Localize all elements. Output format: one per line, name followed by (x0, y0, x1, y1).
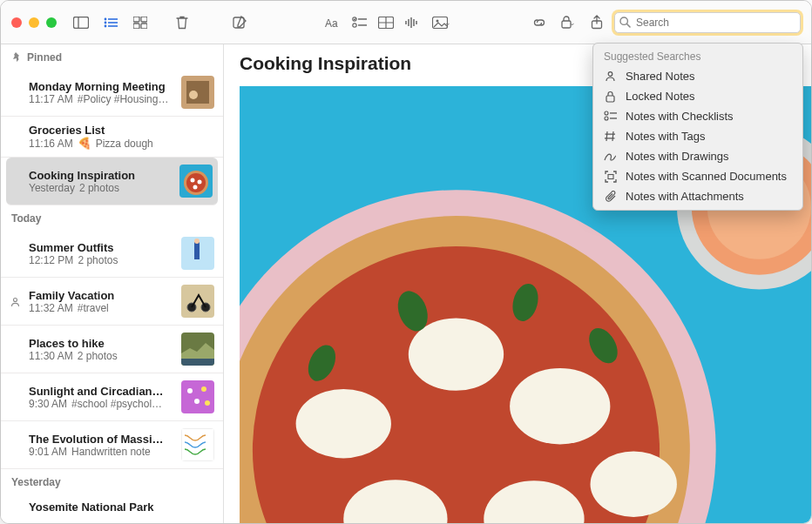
note-item-selected[interactable]: Cooking Inspiration Yesterday 2 photos (6, 158, 218, 205)
suggest-shared-notes[interactable]: Shared Notes (593, 66, 802, 86)
suggest-scanned[interactable]: Notes with Scanned Documents (593, 166, 802, 186)
suggest-label: Locked Notes (626, 90, 695, 103)
minimize-window-button[interactable] (29, 17, 39, 28)
delete-note-button[interactable] (170, 12, 194, 33)
note-time: 11:30 AM (29, 350, 73, 362)
section-pinned-header: Pinned (1, 44, 223, 69)
svg-rect-10 (133, 24, 139, 29)
note-meta: Handwritten note (71, 446, 151, 458)
search-input[interactable] (614, 12, 801, 33)
note-time: 11:16 AM (29, 138, 73, 150)
note-thumbnail (181, 237, 214, 270)
svg-point-16 (353, 23, 356, 26)
svg-rect-17 (358, 24, 367, 26)
search-icon (619, 17, 631, 28)
list-view-icon (103, 17, 118, 29)
note-thumbnail (181, 76, 214, 109)
note-time: 11:17 AM (29, 93, 73, 105)
section-today-header: Today (1, 205, 223, 230)
draw-icon (604, 150, 617, 163)
note-meta: 2 photos (78, 350, 118, 362)
share-icon (591, 15, 603, 30)
svg-point-60 (194, 399, 200, 404)
new-note-button[interactable] (227, 12, 252, 33)
note-item[interactable]: Groceries List 11:16 AM 🍕 Pizza dough (1, 117, 223, 158)
table-icon (378, 17, 394, 29)
svg-rect-62 (181, 428, 214, 461)
note-meta: #travel (78, 302, 109, 314)
note-title: Sunlight and Circadian… (29, 385, 174, 398)
note-time: 9:01 AM (29, 446, 67, 458)
note-meta: Pizza dough (96, 138, 153, 150)
shared-icon (10, 296, 22, 307)
note-time: 12:12 PM (29, 254, 73, 266)
format-button[interactable]: Aa (321, 12, 346, 33)
share-button[interactable] (585, 12, 609, 33)
compose-icon (233, 15, 247, 30)
suggest-checklists[interactable]: Notes with Checklists (593, 106, 802, 126)
toggle-sidebar-button[interactable] (69, 12, 93, 33)
note-time: 11:32 AM (29, 302, 73, 314)
pizza-emoji: 🍕 (78, 137, 91, 150)
checklist-button[interactable] (348, 12, 372, 33)
svg-point-45 (191, 178, 195, 183)
view-gallery-button[interactable] (128, 12, 152, 33)
note-meta: 2 photos (78, 254, 118, 266)
suggest-drawings[interactable]: Notes with Drawings (593, 146, 802, 166)
table-button[interactable] (374, 12, 398, 33)
note-meta: 2 photos (79, 182, 119, 194)
note-title: The Evolution of Massi… (29, 433, 174, 446)
people-icon (604, 70, 617, 83)
note-item[interactable]: Monday Morning Meeting 11:17 AM #Policy … (1, 69, 223, 117)
search-suggest-panel: Suggested Searches Shared Notes Locked N… (592, 43, 803, 211)
svg-point-27 (436, 19, 439, 22)
note-title: Yosemite National Park (29, 500, 214, 514)
view-list-button[interactable] (98, 12, 123, 33)
audio-button[interactable] (400, 12, 424, 33)
note-title: Summer Outfits (29, 241, 174, 254)
svg-rect-37 (610, 118, 617, 118)
section-yesterday-header: Yesterday (1, 469, 223, 494)
media-button[interactable]: ⌄ (426, 12, 457, 33)
scan-icon (604, 170, 617, 183)
note-time: Yesterday (29, 182, 75, 194)
lock-button[interactable]: ⌄ (553, 12, 583, 33)
notes-list[interactable]: Pinned Monday Morning Meeting 11:17 AM #… (1, 44, 224, 523)
note-item[interactable]: The Evolution of Massi… 9:01 AM Handwrit… (1, 421, 223, 469)
lock-icon (604, 90, 617, 103)
link-icon (531, 17, 547, 29)
note-title: Monday Morning Meeting (29, 80, 174, 93)
note-thumbnail (179, 165, 213, 198)
svg-rect-8 (133, 17, 139, 22)
note-item[interactable]: Family Vacation 11:32 AM #travel (1, 278, 223, 326)
close-window-button[interactable] (11, 17, 22, 28)
note-title: Family Vacation (29, 289, 174, 302)
svg-rect-11 (141, 24, 147, 29)
note-item[interactable]: Places to hike 11:30 AM 2 photos (1, 326, 223, 373)
link-button[interactable] (527, 12, 551, 33)
suggest-label: Notes with Drawings (626, 150, 729, 163)
waveform-icon (404, 17, 420, 29)
note-title: Cooking Inspiration (29, 169, 173, 182)
svg-rect-38 (608, 174, 613, 178)
svg-point-36 (605, 117, 608, 120)
svg-point-32 (608, 72, 612, 77)
note-thumbnail (181, 380, 214, 413)
svg-point-61 (205, 400, 210, 406)
note-item[interactable]: Summer Outfits 12:12 PM 2 photos (1, 230, 223, 278)
svg-rect-49 (194, 242, 200, 259)
app-window: Aa ⌄ ⌄ (0, 0, 812, 524)
note-item[interactable]: Sunlight and Circadian… 9:30 AM #school … (1, 373, 223, 421)
note-item[interactable]: Yosemite National Park (1, 494, 223, 521)
suggest-attachments[interactable]: Notes with Attachments (593, 186, 802, 206)
svg-rect-0 (74, 17, 89, 28)
suggest-locked-notes[interactable]: Locked Notes (593, 86, 802, 106)
svg-rect-33 (606, 96, 614, 102)
checklist-icon (352, 17, 368, 29)
zoom-window-button[interactable] (46, 17, 57, 28)
suggest-tags[interactable]: Notes with Tags (593, 126, 802, 146)
suggest-label: Notes with Tags (626, 130, 706, 143)
svg-point-69 (510, 368, 610, 444)
suggest-label: Notes with Checklists (626, 110, 734, 123)
suggest-label: Notes with Scanned Documents (626, 170, 787, 183)
